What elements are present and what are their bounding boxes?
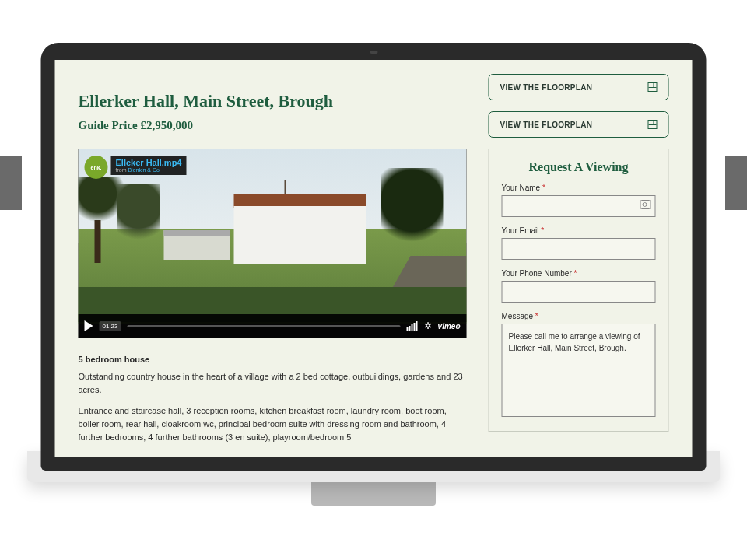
property-description-2: Entrance and staircase hall, 3 reception… <box>79 404 467 444</box>
gear-icon[interactable]: ✲ <box>424 320 432 331</box>
floorplan-label-1: VIEW THE FLOORPLAN <box>500 83 593 92</box>
volume-icon[interactable] <box>407 321 418 331</box>
video-author-logo: enk. <box>85 156 108 179</box>
request-viewing-form: Request A Viewing Your Name * Your Email… <box>489 149 669 432</box>
form-title: Request A Viewing <box>502 160 656 174</box>
property-subheading: 5 bedroom house <box>79 355 467 364</box>
screen: Ellerker Hall, Main Street, Brough Guide… <box>55 60 693 457</box>
view-floorplan-button-2[interactable]: VIEW THE FLOORPLAN <box>489 111 669 138</box>
video-title-overlay[interactable]: Elleker Hall.mp4 from Blenkin & Co <box>111 156 187 175</box>
message-label: Message * <box>502 312 656 320</box>
video-author[interactable]: Blenkin & Co <box>128 167 159 173</box>
video-player[interactable]: enk. Elleker Hall.mp4 from Blenkin & Co … <box>79 149 467 338</box>
property-price: Guide Price £2,950,000 <box>79 119 467 132</box>
video-duration: 01:23 <box>100 321 121 331</box>
video-controls: 01:23 ✲ vimeo <box>79 314 467 338</box>
video-thumbnail <box>79 149 467 338</box>
vimeo-logo[interactable]: vimeo <box>438 322 461 331</box>
video-from-prefix: from <box>116 167 128 173</box>
view-floorplan-button-1[interactable]: VIEW THE FLOORPLAN <box>489 74 669 100</box>
video-filename: Elleker Hall.mp4 <box>116 158 182 167</box>
floorplan-icon <box>648 82 658 92</box>
floorplan-label-2: VIEW THE FLOORPLAN <box>500 121 593 129</box>
email-label: Your Email * <box>502 226 656 235</box>
play-icon[interactable] <box>85 320 93 331</box>
laptop-camera <box>370 51 377 54</box>
video-progress-bar[interactable] <box>128 325 401 327</box>
email-input[interactable] <box>502 238 656 260</box>
laptop-frame: Ellerker Hall, Main Street, Brough Guide… <box>41 43 707 471</box>
name-label: Your Name * <box>502 184 656 192</box>
decor-left <box>0 156 22 210</box>
name-input[interactable] <box>502 195 656 217</box>
floorplan-icon <box>648 120 658 129</box>
phone-input[interactable] <box>502 281 656 303</box>
property-description-1: Outstanding country house in the heart o… <box>79 370 467 397</box>
message-textarea[interactable] <box>502 324 656 417</box>
property-title: Ellerker Hall, Main Street, Brough <box>79 91 467 111</box>
decor-right <box>725 156 747 210</box>
phone-label: Your Phone Number * <box>502 269 656 278</box>
